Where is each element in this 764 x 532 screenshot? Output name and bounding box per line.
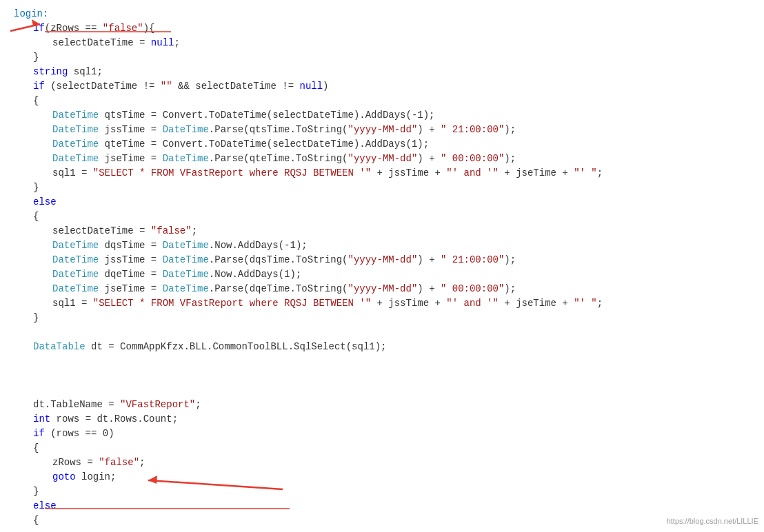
code-token: "' " (574, 166, 597, 181)
line: DateTime jseTime = DateTime.Parse(qteTim… (14, 152, 750, 166)
code-token: DateTime (163, 238, 209, 253)
line: goto login; (14, 470, 750, 484)
code-token: sql1 = (52, 166, 93, 181)
code-token: ); (504, 123, 516, 137)
code-token: else (33, 195, 57, 209)
line (14, 354, 750, 369)
code-token: "yyyy-MM-dd" (348, 282, 418, 296)
code-token: .Parse(dqsTime.ToString( (209, 253, 348, 267)
line: login: (14, 7, 750, 21)
line: { (14, 441, 750, 456)
line: string sql1; (14, 65, 750, 79)
line: sql1 = "SELECT * FROM VFastReport where … (14, 166, 750, 181)
code-token: ; (195, 398, 201, 412)
line: } (14, 181, 750, 195)
code-token: .Parse(qtsTime.ToString( (209, 123, 348, 137)
code-token: } (33, 50, 39, 65)
code-token: dt = CommAppKfzx.BLL.CommonToolBLL.SqlSe… (86, 340, 387, 354)
code-token: DateTime (52, 137, 99, 152)
code-token: (rows == 0) (45, 427, 114, 441)
code-token: "yyyy-MM-dd" (348, 253, 418, 267)
line: DateTime qtsTime = Convert.ToDateTime(se… (14, 108, 750, 123)
line: else (14, 195, 750, 209)
code-token: "false" (151, 224, 192, 238)
code-token: selectDateTime = (52, 224, 151, 238)
code-token: .Now.AddDays(1); (209, 267, 301, 282)
code-token: (zRows == (45, 21, 103, 36)
code-token: .Parse(qteTime.ToString( (209, 152, 348, 166)
line: if (rows == 0) (14, 427, 750, 441)
line: { (14, 513, 750, 528)
code-token: DateTime (163, 123, 209, 137)
code-token: ) (323, 79, 328, 94)
code-token: + jssTime + (371, 166, 446, 181)
code-token: ; (192, 224, 197, 238)
code-token: "' " (574, 296, 597, 311)
code-token: + jseTime + (499, 166, 574, 181)
code-token: else (33, 499, 57, 513)
code-token: login; (76, 470, 117, 484)
code-token: ; (139, 456, 145, 470)
code-block: login:if(zRows == "false"){selectDateTim… (14, 7, 750, 528)
line: DateTime qteTime = Convert.ToDateTime(se… (14, 137, 750, 152)
code-token: sql1; (68, 65, 102, 79)
code-token: jseTime = (99, 152, 162, 166)
line: } (14, 311, 750, 325)
code-token: jssTime = (99, 123, 162, 137)
code-token: { (33, 209, 39, 224)
code-token: selectDateTime = (52, 36, 151, 50)
code-token: .Parse(dqeTime.ToString( (209, 282, 348, 296)
code-token: DateTime (52, 152, 99, 166)
code-token: dqeTime = (99, 267, 162, 282)
code-token: ); (504, 282, 516, 296)
code-token: rows = dt.Rows.Count; (50, 412, 178, 427)
code-token: DataTable (33, 340, 86, 354)
code-token: jseTime = (99, 282, 162, 296)
code-token: DateTime (52, 282, 99, 296)
code-token: zRows = (52, 456, 99, 470)
line: DateTime jssTime = DateTime.Parse(dqsTim… (14, 253, 750, 267)
code-token: DateTime (163, 282, 209, 296)
line (14, 369, 750, 383)
line: DateTime jseTime = DateTime.Parse(dqeTim… (14, 282, 750, 296)
code-container: login:if(zRows == "false"){selectDateTim… (0, 0, 764, 532)
code-token: DateTime (52, 238, 99, 253)
code-token: } (33, 181, 39, 195)
code-token: DateTime (163, 253, 209, 267)
code-token: ) + (417, 152, 441, 166)
code-token: DateTime (163, 267, 209, 282)
line: else (14, 499, 750, 513)
code-token: " 00:00:00" (441, 282, 504, 296)
line (14, 383, 750, 398)
code-token: " 21:00:00" (441, 253, 504, 267)
code-token: if (33, 427, 45, 441)
code-token: DateTime (163, 152, 209, 166)
line: { (14, 209, 750, 224)
code-token: "SELECT * FROM VFastReport where RQSJ BE… (93, 296, 371, 311)
code-token: ; (597, 296, 603, 311)
code-token: DateTime (52, 253, 99, 267)
code-token: string (33, 65, 68, 79)
line: selectDateTime = "false"; (14, 224, 750, 238)
code-token: "false" (103, 21, 143, 36)
code-token: DateTime (52, 123, 99, 137)
code-token: { (33, 94, 39, 108)
code-token: " 00:00:00" (441, 152, 504, 166)
code-token: "SELECT * FROM VFastReport where RQSJ BE… (93, 166, 371, 181)
line: DateTime dqsTime = DateTime.Now.AddDays(… (14, 238, 750, 253)
code-token: { (33, 513, 39, 528)
code-token: "false" (99, 456, 139, 470)
code-token: ) + (417, 123, 441, 137)
code-token: ; (597, 166, 603, 181)
code-token: qteTime = Convert.ToDateTime(selectDateT… (99, 137, 429, 152)
code-token: null (151, 36, 174, 50)
code-token: } (33, 311, 39, 325)
line: int rows = dt.Rows.Count; (14, 412, 750, 427)
line: zRows = "false"; (14, 456, 750, 470)
code-token: .Now.AddDays(-1); (209, 238, 308, 253)
code-token: goto (52, 470, 76, 484)
line: dt.TableName = "VFastReport"; (14, 398, 750, 412)
code-token: qtsTime = Convert.ToDateTime(selectDateT… (99, 108, 434, 123)
code-token: "yyyy-MM-dd" (348, 152, 418, 166)
line: DateTime jssTime = DateTime.Parse(qtsTim… (14, 123, 750, 137)
